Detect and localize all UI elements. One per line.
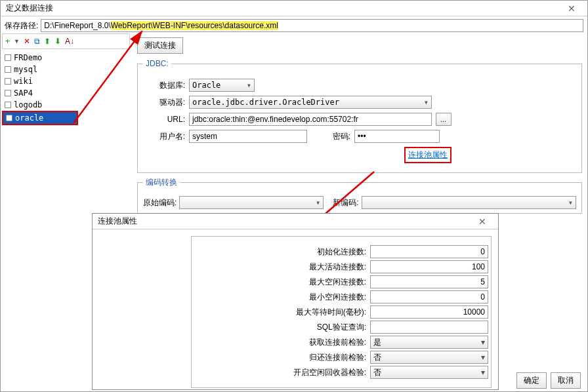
list-item[interactable]: FRDemo	[2, 52, 130, 64]
db-name: wiki	[14, 77, 33, 86]
list-item[interactable]: logodb	[2, 99, 130, 111]
prop-label: 开启空闲回收器检验:	[194, 367, 368, 378]
footer: 确定 取消	[516, 372, 581, 389]
prop-label: 最小空闲连接数:	[194, 292, 368, 303]
path-label: 保存路径:	[5, 20, 38, 31]
popup-body: 初始化连接数: 最大活动连接数: 最大空闲连接数: 最小空闲连接数: 最大等待时…	[93, 229, 498, 389]
prop-label: 获取连接前检验:	[194, 337, 368, 348]
close-icon[interactable]: ✕	[469, 214, 495, 229]
prop-label: 初始化连接数:	[194, 246, 368, 258]
list-item[interactable]: SAP4	[2, 87, 130, 99]
path-input[interactable]: D:\FineReport_8.0\WebReport\WEB-INF\reso…	[41, 19, 583, 32]
db-icon	[5, 78, 11, 85]
url-label: URL:	[143, 115, 185, 124]
sort-icon[interactable]: A↓	[65, 37, 74, 46]
test-on-return-select[interactable]: 否	[370, 351, 488, 364]
init-conn-input[interactable]	[370, 245, 488, 258]
db-icon	[5, 66, 11, 73]
user-label: 用户名:	[143, 131, 185, 142]
add-icon[interactable]: +	[5, 37, 10, 46]
enc-new-select[interactable]	[362, 196, 576, 209]
url-more-button[interactable]: …	[436, 113, 452, 126]
highlight-box: oracle	[2, 111, 78, 125]
db-icon	[5, 102, 11, 108]
close-icon[interactable]: ✕	[558, 1, 585, 16]
jdbc-legend: JDBC:	[143, 59, 171, 68]
test-while-idle-select[interactable]: 否	[370, 366, 488, 379]
driver-value: oracle.jdbc.driver.OracleDriver	[192, 98, 339, 107]
prop-label: 归还连接前检验:	[194, 352, 368, 363]
db-icon	[5, 54, 11, 61]
db-name: oracle	[15, 113, 43, 123]
popup-title: 连接池属性	[95, 216, 469, 227]
prop-label: 最大等待时间(毫秒):	[194, 307, 368, 318]
ok-button[interactable]: 确定	[516, 372, 547, 389]
db-label: 数据库:	[143, 80, 185, 91]
list-item-selected[interactable]: oracle	[3, 112, 77, 124]
db-icon	[5, 90, 11, 96]
max-idle-input[interactable]	[370, 275, 488, 288]
copy-icon[interactable]: ⧉	[34, 37, 40, 46]
encoding-fieldset: 编码转换 原始编码: 新编码:	[137, 177, 582, 214]
list-item[interactable]: wiki	[2, 75, 130, 87]
jdbc-fieldset: JDBC: 数据库: Oracle 驱动器: oracle.jdbc.drive…	[137, 59, 582, 173]
test-connection-button[interactable]: 测试连接	[137, 37, 183, 54]
pool-properties-link[interactable]: 连接池属性	[408, 150, 448, 159]
dropdown-icon[interactable]: ▼	[14, 38, 20, 45]
db-name: SAP4	[14, 88, 33, 98]
sidebar-toolbar: +▼ ✕ ⧉ ⬆ ⬇ A↓	[2, 33, 130, 49]
up-icon[interactable]: ⬆	[44, 37, 51, 46]
path-prefix: D:\FineReport_8.0\	[44, 21, 110, 30]
sql-validate-input[interactable]	[370, 321, 488, 334]
popup-titlebar: 连接池属性 ✕	[93, 214, 498, 229]
driver-label: 驱动器:	[143, 97, 185, 108]
max-active-input[interactable]	[370, 260, 488, 273]
enc-legend: 编码转换	[143, 177, 180, 188]
enc-orig-label: 原始编码:	[143, 197, 177, 208]
password-input[interactable]	[354, 130, 440, 143]
db-name: FRDemo	[14, 53, 42, 62]
db-select[interactable]: Oracle	[189, 79, 255, 92]
prop-label: SQL验证查询:	[194, 322, 368, 333]
db-name: logodb	[14, 100, 42, 109]
highlight-box: 连接池属性	[404, 147, 452, 163]
enc-new-label: 新编码:	[333, 197, 358, 208]
main-titlebar: 定义数据连接 ✕	[1, 1, 587, 16]
prop-panel: 初始化连接数: 最大活动连接数: 最大空闲连接数: 最小空闲连接数: 最大等待时…	[191, 236, 492, 388]
enc-orig-select[interactable]	[179, 196, 324, 209]
db-name: mysql	[14, 65, 37, 74]
db-icon	[6, 115, 12, 121]
prop-label: 最大活动连接数:	[194, 262, 368, 273]
db-list: FRDemo mysql wiki SAP4 logodb oracle	[1, 50, 131, 127]
pool-properties-dialog: 连接池属性 ✕ 初始化连接数: 最大活动连接数: 最大空闲连接数: 最小空闲连接…	[92, 213, 499, 390]
url-input[interactable]	[189, 113, 432, 126]
list-item[interactable]: mysql	[2, 64, 130, 75]
max-wait-input[interactable]	[370, 305, 488, 319]
prop-label: 最大空闲连接数:	[194, 277, 368, 288]
pass-label: 密码:	[311, 131, 350, 142]
min-idle-input[interactable]	[370, 290, 488, 304]
main-title: 定义数据连接	[3, 3, 558, 14]
down-icon[interactable]: ⬇	[54, 37, 61, 46]
db-value: Oracle	[192, 81, 220, 90]
user-input[interactable]	[189, 130, 307, 143]
test-on-borrow-select[interactable]: 是	[370, 336, 488, 349]
delete-icon[interactable]: ✕	[24, 37, 30, 46]
cancel-button[interactable]: 取消	[551, 372, 581, 389]
driver-select[interactable]: oracle.jdbc.driver.OracleDriver	[189, 96, 432, 109]
path-highlight: WebReport\WEB-INF\resources\datasource.x…	[111, 21, 278, 30]
